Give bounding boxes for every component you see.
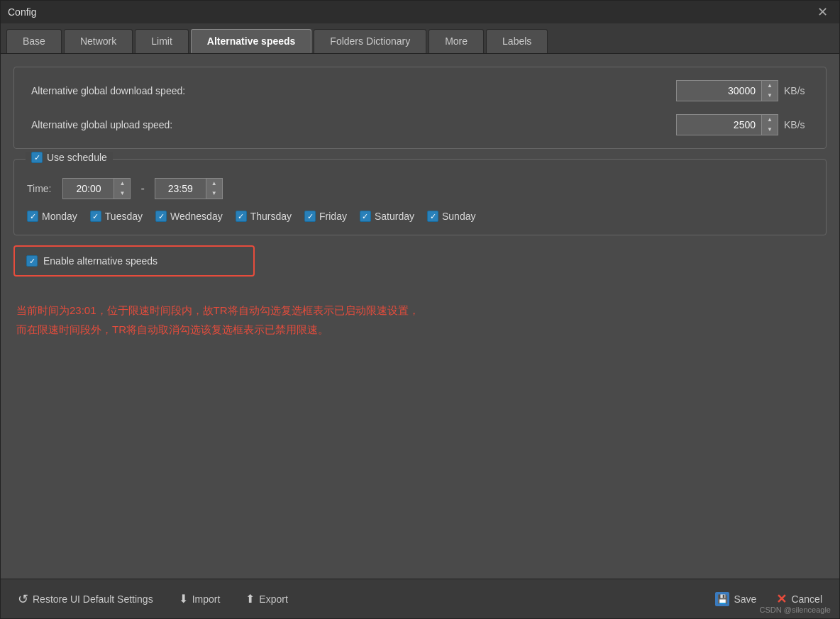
friday-label: Friday [319,211,347,222]
schedule-section: ✓ Use schedule Time: ▲ ▼ - ▲ [13,159,827,235]
save-button[interactable]: 💾 Save [709,589,762,609]
saturday-checkbox[interactable]: ✓ [360,211,371,222]
sunday-checkbox[interactable]: ✓ [427,211,438,222]
upload-speed-unit: KB/s [784,119,809,130]
export-label: Export [259,593,287,605]
upload-speed-input[interactable] [676,114,761,135]
schedule-legend: ✓ Use schedule [26,152,113,163]
tab-labels[interactable]: Labels [486,29,548,53]
download-speed-input[interactable] [676,80,761,101]
enable-alt-section: ✓ Enable alternative speeds [13,245,255,277]
monday-label: Monday [42,211,77,222]
time-from-wrap: ▲ ▼ [62,178,131,199]
upload-speed-down[interactable]: ▼ [762,125,778,135]
tab-limit[interactable]: Limit [135,29,189,53]
download-speed-label: Alternative global download speed: [31,85,676,96]
day-monday: ✓ Monday [27,211,77,222]
import-button[interactable]: ⬇ Import [173,589,226,608]
tuesday-checkbox[interactable]: ✓ [90,211,101,222]
bottom-bar: ↺ Restore UI Default Settings ⬇ Import ⬆… [1,579,839,618]
schedule-legend-label: Use schedule [47,152,107,163]
time-to-spinners: ▲ ▼ [206,178,223,199]
save-label: Save [734,593,756,605]
upload-speed-label: Alternative global upload speed: [31,119,676,130]
time-from-down[interactable]: ▼ [114,189,130,199]
restore-icon: ↺ [18,591,28,607]
upload-speed-spinners: ▲ ▼ [761,114,778,135]
download-speed-unit: KB/s [784,85,809,96]
time-row: Time: ▲ ▼ - ▲ ▼ [27,178,809,199]
close-button[interactable]: ✕ [813,4,832,20]
speed-section: Alternative global download speed: ▲ ▼ K… [13,67,827,149]
restore-defaults-button[interactable]: ↺ Restore UI Default Settings [12,589,159,610]
import-label: Import [192,593,221,605]
time-to-wrap: ▲ ▼ [155,178,223,199]
cancel-icon: ✕ [776,591,787,607]
content-area: Alternative global download speed: ▲ ▼ K… [1,54,839,579]
tab-alt-speeds[interactable]: Alternative speeds [191,29,312,53]
time-from-up[interactable]: ▲ [114,179,130,189]
enable-alt-label: Enable alternative speeds [43,255,158,267]
restore-label: Restore UI Default Settings [33,593,153,605]
sunday-label: Sunday [442,211,475,222]
tabs-bar: Base Network Limit Alternative speeds Fo… [1,23,839,54]
monday-checkbox[interactable]: ✓ [27,211,38,222]
upload-speed-up[interactable]: ▲ [762,115,778,125]
time-to-up[interactable]: ▲ [206,179,222,189]
days-row: ✓ Monday ✓ Tuesday ✓ Wednesday ✓ Thursda… [27,211,809,222]
tuesday-label: Tuesday [105,211,143,222]
upload-speed-input-wrap: ▲ ▼ [676,114,778,135]
window-title: Config [8,6,36,18]
day-thursday: ✓ Thursday [236,211,292,222]
download-speed-down[interactable]: ▼ [762,91,778,101]
time-to-input[interactable] [155,178,206,199]
download-speed-spinners: ▲ ▼ [761,80,778,101]
day-tuesday: ✓ Tuesday [90,211,143,222]
download-speed-input-wrap: ▲ ▼ [676,80,778,101]
day-saturday: ✓ Saturday [360,211,414,222]
tab-folders-dictionary[interactable]: Folders Dictionary [314,29,426,53]
wednesday-label: Wednesday [170,211,223,222]
download-speed-row: Alternative global download speed: ▲ ▼ K… [31,80,809,101]
friday-checkbox[interactable]: ✓ [304,211,316,222]
thursday-label: Thursday [250,211,292,222]
time-from-spinners: ▲ ▼ [114,178,131,199]
download-speed-up[interactable]: ▲ [762,81,778,91]
bottom-left-buttons: ↺ Restore UI Default Settings ⬇ Import ⬆… [12,589,294,610]
save-icon: 💾 [715,592,729,606]
import-icon: ⬇ [179,592,188,606]
time-to-down[interactable]: ▼ [206,189,222,199]
day-sunday: ✓ Sunday [427,211,475,222]
export-icon: ⬆ [245,592,255,606]
thursday-checkbox[interactable]: ✓ [236,211,247,222]
cancel-label: Cancel [791,593,822,605]
config-window: Config ✕ Base Network Limit Alternative … [0,0,840,619]
enable-alt-checkbox[interactable]: ✓ [26,255,38,267]
day-friday: ✓ Friday [304,211,347,222]
watermark: CSDN @silenceagle [760,606,831,614]
upload-speed-row: Alternative global upload speed: ▲ ▼ KB/… [31,114,809,135]
time-label: Time: [27,183,51,194]
wednesday-checkbox[interactable]: ✓ [155,211,167,222]
time-from-input[interactable] [62,178,114,199]
use-schedule-checkbox[interactable]: ✓ [31,152,43,163]
day-wednesday: ✓ Wednesday [155,211,223,222]
saturday-label: Saturday [375,211,414,222]
tab-base[interactable]: Base [6,29,62,53]
titlebar: Config ✕ [1,1,839,23]
tab-more[interactable]: More [429,29,484,53]
time-dash: - [140,182,144,195]
info-text: 当前时间为23:01，位于限速时间段内，故TR将自动勾选复选框表示已启动限速设置… [13,294,827,346]
tab-network[interactable]: Network [64,29,133,53]
export-button[interactable]: ⬆ Export [240,589,293,608]
